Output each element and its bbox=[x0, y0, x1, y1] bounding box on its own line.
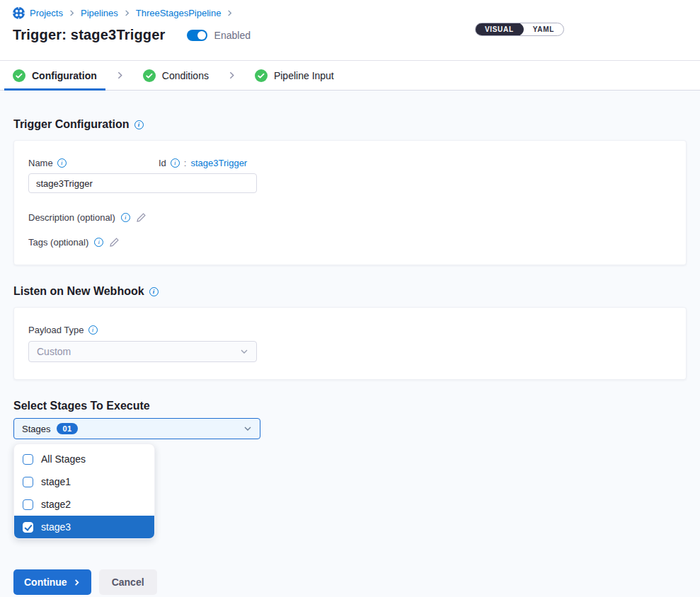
trigger-configuration-heading: Trigger Configuration i bbox=[13, 118, 687, 131]
trigger-name-input[interactable] bbox=[28, 173, 257, 193]
stage-option-stage3[interactable]: stage3 bbox=[14, 516, 154, 538]
info-icon[interactable]: i bbox=[171, 158, 180, 168]
name-id-row: Name i Id i : stage3Trigger bbox=[28, 158, 672, 168]
chevron-right-icon bbox=[115, 71, 125, 80]
info-icon[interactable]: i bbox=[88, 325, 98, 335]
name-label-row: Name i bbox=[28, 158, 159, 168]
webhook-card: Payload Type i Custom bbox=[13, 307, 687, 380]
webhook-heading: Listen on New Webhook i bbox=[13, 285, 687, 298]
stages-multiselect[interactable]: Stages 01 bbox=[13, 418, 260, 439]
title-row: Trigger: stage3Trigger Enabled bbox=[13, 27, 687, 43]
section-title: Trigger Configuration bbox=[13, 118, 130, 131]
enabled-label: Enabled bbox=[214, 30, 251, 41]
continue-label: Continue bbox=[24, 576, 67, 588]
stage-option-stage1[interactable]: stage1 bbox=[14, 470, 154, 493]
visual-tab[interactable]: VISUAL bbox=[475, 23, 524, 36]
tab-configuration[interactable]: Configuration bbox=[4, 61, 105, 90]
tab-conditions[interactable]: Conditions bbox=[134, 61, 217, 90]
tags-row: Tags (optional) i bbox=[28, 237, 672, 248]
description-label: Description (optional) bbox=[28, 212, 115, 223]
checkbox-unchecked[interactable] bbox=[23, 477, 33, 487]
wizard-tab-bar: Configuration Conditions Pipeline Input bbox=[0, 61, 700, 91]
cancel-button[interactable]: Cancel bbox=[99, 569, 157, 595]
chevron-right-icon bbox=[73, 579, 81, 586]
chevron-right-icon bbox=[123, 9, 131, 17]
option-label: stage1 bbox=[41, 476, 71, 487]
footer-actions: Continue Cancel bbox=[13, 569, 687, 595]
name-column: Name i bbox=[28, 158, 159, 168]
tags-label: Tags (optional) bbox=[28, 237, 88, 248]
payload-type-select[interactable]: Custom bbox=[28, 341, 257, 362]
id-colon: : bbox=[184, 158, 187, 168]
breadcrumb-pipelines[interactable]: Pipelines bbox=[81, 8, 118, 18]
chevron-down-icon bbox=[240, 347, 248, 356]
stage-option-all-stages[interactable]: All Stages bbox=[14, 448, 154, 470]
stage-option-stage2[interactable]: stage2 bbox=[14, 493, 154, 516]
chevron-down-icon bbox=[243, 424, 252, 433]
info-icon[interactable]: i bbox=[121, 213, 130, 222]
stages-count-badge: 01 bbox=[57, 423, 77, 434]
breadcrumb-pipeline-name[interactable]: ThreeStagesPipeline bbox=[136, 8, 222, 18]
option-label: stage3 bbox=[41, 521, 71, 533]
tab-label: Configuration bbox=[32, 70, 97, 81]
edit-pencil-icon[interactable] bbox=[136, 212, 147, 223]
info-icon[interactable]: i bbox=[149, 287, 159, 296]
option-label: All Stages bbox=[41, 453, 86, 465]
info-icon[interactable]: i bbox=[134, 120, 144, 129]
payload-type-value: Custom bbox=[37, 346, 71, 357]
select-stages-heading: Select Stages To Execute bbox=[13, 400, 687, 412]
check-circle-icon bbox=[13, 69, 25, 82]
option-label: stage2 bbox=[41, 499, 71, 510]
payload-type-label-row: Payload Type i bbox=[28, 325, 672, 335]
checkbox-unchecked[interactable] bbox=[23, 454, 33, 465]
id-value[interactable]: stage3Trigger bbox=[190, 158, 247, 168]
breadcrumb: Projects Pipelines ThreeStagesPipeline bbox=[13, 7, 687, 19]
page-header: Projects Pipelines ThreeStagesPipeline T… bbox=[0, 0, 700, 61]
checkbox-unchecked[interactable] bbox=[23, 499, 33, 510]
description-row: Description (optional) i bbox=[28, 212, 672, 223]
info-icon[interactable]: i bbox=[94, 238, 103, 247]
visual-yaml-toggle: VISUAL YAML bbox=[475, 23, 564, 36]
tab-label: Conditions bbox=[162, 70, 209, 81]
check-circle-icon bbox=[143, 69, 156, 82]
edit-pencil-icon[interactable] bbox=[109, 237, 120, 248]
chevron-right-icon bbox=[226, 9, 234, 17]
checkbox-checked[interactable] bbox=[23, 522, 33, 533]
tab-label: Pipeline Input bbox=[274, 70, 334, 81]
yaml-tab[interactable]: YAML bbox=[524, 23, 563, 36]
stages-dropdown-menu: All Stages stage1 stage2 stage3 bbox=[13, 444, 155, 539]
chevron-right-icon bbox=[227, 71, 236, 80]
id-row: Id i : stage3Trigger bbox=[159, 158, 247, 168]
id-label: Id bbox=[159, 158, 166, 168]
check-circle-icon bbox=[255, 69, 268, 82]
chevron-right-icon bbox=[68, 9, 76, 17]
breadcrumb-projects[interactable]: Projects bbox=[30, 8, 63, 18]
info-icon[interactable]: i bbox=[57, 158, 67, 168]
payload-type-label: Payload Type bbox=[28, 325, 84, 335]
enabled-toggle[interactable] bbox=[187, 30, 207, 41]
main-content: Trigger Configuration i Name i Id i : st… bbox=[0, 91, 700, 597]
harness-logo-icon bbox=[13, 7, 25, 19]
stages-field-label: Stages bbox=[22, 424, 50, 434]
tab-pipeline-input[interactable]: Pipeline Input bbox=[246, 61, 343, 90]
trigger-configuration-card: Name i Id i : stage3Trigger Description … bbox=[13, 140, 687, 265]
section-title: Listen on New Webhook bbox=[13, 285, 144, 298]
page-title: Trigger: stage3Trigger bbox=[13, 27, 166, 43]
name-label: Name bbox=[28, 158, 53, 168]
section-title: Select Stages To Execute bbox=[13, 400, 150, 412]
continue-button[interactable]: Continue bbox=[13, 569, 91, 595]
